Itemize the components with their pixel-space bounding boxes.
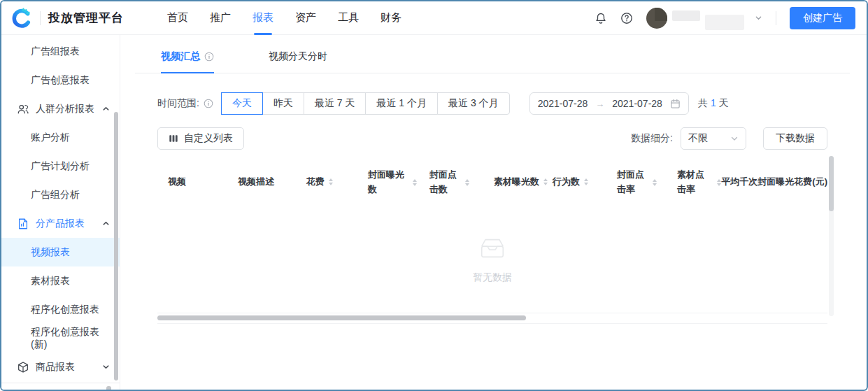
nav-item[interactable]: 资产 [295,1,316,35]
sidebar-item-label: 程序化创意报表(新) [31,326,110,351]
column-header[interactable]: 视频 [168,175,238,189]
table-header-row: 视频 视频描述 花费 [157,159,827,206]
date-arrow-icon: → [595,99,604,109]
help-icon[interactable] [620,12,633,24]
divider [1,383,120,383]
sidebar-item[interactable]: 广告计划分析 [1,152,120,180]
create-ad-button[interactable]: 创建广告 [790,7,855,29]
tab-label: 视频汇总 [161,50,200,63]
breakdown-select[interactable]: 不限 [681,127,746,150]
quick-range-button[interactable]: 最近 1 个月 [365,92,438,115]
column-header[interactable]: 花费 [306,175,368,189]
breakdown-label: 数据细分: [631,132,673,145]
sidebar-item[interactable]: 分产品报表 [1,209,120,238]
notifications-bell-icon[interactable] [595,12,607,24]
sidebar-item-label: 程序化创意报表 [31,304,99,316]
user-menu[interactable] [646,6,762,30]
tab[interactable]: 视频分天分时 [269,50,327,73]
sidebar-scrollbar-thumb[interactable] [114,112,118,381]
sort-icon[interactable] [329,178,333,185]
nav-item[interactable]: 首页 [167,1,188,35]
quick-range-button[interactable]: 最近 3 个月 [437,92,510,115]
column-header-label: 素材曝光数 [494,175,539,189]
column-header[interactable]: 封面点击率 [617,168,677,196]
sidebar-item[interactable]: 广告创意报表 [1,66,120,94]
sort-icon[interactable] [584,178,588,185]
customize-columns-label: 自定义列表 [184,132,233,145]
column-header[interactable]: 素材曝光数 [494,175,553,189]
total-days-value: 1 [711,97,716,110]
empty-state: 暂无数据 [473,234,512,284]
app-window: 投放管理平台 首页 推广 报表 资产 工具 财务 [0,0,868,391]
customize-columns-button[interactable]: 自定义列表 [157,127,244,150]
column-header[interactable]: 封面点击数 [429,168,494,196]
chevron-down-icon [730,134,739,143]
sidebar-item[interactable]: 账户分析 [1,123,120,152]
column-header[interactable]: 素材点击率 [677,168,721,196]
chevron-icon [102,105,110,113]
quick-range-group: 今天 昨天 最近 7 天 最近 1 个月 最近 3 个月 [222,92,510,115]
app-title: 投放管理平台 [48,10,124,26]
sort-icon[interactable] [653,179,657,186]
download-data-button[interactable]: 下载数据 [763,127,827,150]
divider [776,11,776,25]
vertical-scrollbar-thumb[interactable] [829,156,834,211]
sort-icon[interactable] [465,179,469,186]
sidebar-item[interactable]: 人群分析报表 [1,94,120,123]
people-icon [17,103,29,115]
calendar-icon [670,99,681,109]
sidebar-item-label: 广告组报表 [31,45,80,58]
nav-item[interactable]: 工具 [338,1,359,35]
tab[interactable]: 视频汇总 [161,50,214,73]
column-header[interactable]: 平均千次封面曝光花费(元) [721,175,827,189]
nav-item[interactable]: 报表 [252,1,273,35]
table-toolbar: 自定义列表 数据细分: 不限 下载数据 [157,127,827,150]
horizontal-scrollbar[interactable] [157,315,827,320]
column-header[interactable]: 视频描述 [238,175,306,189]
sort-icon[interactable] [543,178,548,185]
chevron-icon [102,363,110,371]
sidebar: 广告组报表 [1,35,120,390]
main-content: 视频汇总 视频分天分时 [120,35,867,390]
sidebar-item[interactable]: 程序化创意报表 [1,295,120,324]
sidebar-item-label: 广告创意报表 [31,74,90,87]
total-days-suffix: 天 [719,97,729,110]
quick-range-button[interactable]: 最近 7 天 [304,92,367,115]
toolbar-right: 数据细分: 不限 下载数据 [631,127,827,150]
sort-icon[interactable] [413,179,417,186]
top-navbar: 投放管理平台 首页 推广 报表 资产 工具 财务 [1,1,867,35]
nav-item[interactable]: 推广 [210,1,231,35]
sidebar-item[interactable]: 广告组报表 [1,37,120,66]
sidebar-item[interactable]: 素材报表 [1,266,120,295]
empty-text: 暂无数据 [473,271,512,284]
quick-range-button[interactable]: 昨天 [262,92,304,115]
info-icon[interactable] [204,52,214,62]
sidebar-item-label: 广告计划分析 [31,160,90,173]
divider [40,11,41,25]
chevron-icon [102,220,110,227]
main-nav: 首页 推广 报表 资产 工具 财务 [167,1,401,35]
end-date[interactable]: 2021-07-28 [612,98,662,109]
column-header[interactable]: 封面曝光数 [368,168,429,196]
box-icon [17,361,29,374]
column-header-label: 封面点击数 [429,168,461,196]
table-body: 暂无数据 [157,206,827,313]
sidebar-item[interactable]: 商品报表 [1,353,120,381]
date-range-picker[interactable]: 2021-07-28 → 2021-07-28 [529,92,689,115]
vertical-scrollbar[interactable] [829,156,834,316]
nav-item[interactable]: 财务 [380,1,401,35]
total-days: 共 1 天 [698,97,729,110]
page-body: 广告组报表 [1,35,867,390]
start-date[interactable]: 2021-07-28 [538,98,588,109]
horizontal-scrollbar-thumb[interactable] [157,315,526,320]
sidebar-item[interactable]: 视频报表 [1,238,120,266]
quick-range-button[interactable]: 今天 [221,92,263,115]
columns-icon [169,134,178,143]
data-table: 视频 视频描述 花费 [157,159,827,324]
scrollbar-stub[interactable] [106,386,111,391]
sidebar-item[interactable]: 广告组分析 [1,180,120,209]
app-logo-icon[interactable] [11,8,32,29]
info-icon[interactable] [204,99,213,108]
sidebar-item[interactable]: 程序化创意报表(新) [1,324,120,353]
column-header[interactable]: 行为数 [553,175,617,189]
